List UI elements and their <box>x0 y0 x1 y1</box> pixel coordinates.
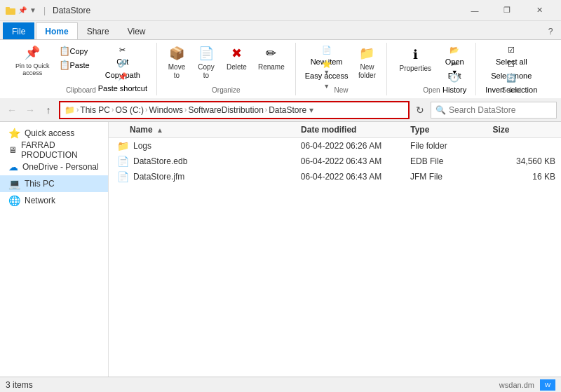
invert-selection-button[interactable]: 🔄 Invert selection <box>482 72 541 85</box>
folder-icon <box>6 6 15 15</box>
history-label: History <box>442 86 466 94</box>
open-button[interactable]: 📂 Open ▼ <box>439 44 470 57</box>
open-label: Open <box>423 85 440 94</box>
open-items: ℹ Properties 📂 Open ▼ ✏ Edit 🕐 History <box>393 44 470 85</box>
paste-button[interactable]: 📋 Paste <box>55 58 93 72</box>
copy-button[interactable]: 📋 Copy <box>55 44 93 58</box>
sidebar-item-network[interactable]: 🌐 Network <box>0 192 108 209</box>
edit-button[interactable]: ✏ Edit <box>439 58 470 71</box>
tab-home[interactable]: Home <box>36 22 77 39</box>
pin-to-quick-access-button[interactable]: 📌 Pin to Quickaccess <box>11 44 54 79</box>
delete-button[interactable]: ✖ Delete <box>222 44 252 74</box>
tab-share[interactable]: Share <box>78 22 119 39</box>
new-label: New <box>334 85 349 94</box>
status-bar: 3 items wsdan.dm W <box>0 377 561 392</box>
file-size: 34,560 KB <box>492 156 561 166</box>
sidebar-farrad-label: FARRAD PRODUCTION <box>21 140 102 160</box>
path-sep-2: › <box>145 106 147 114</box>
path-dropdown-button[interactable]: ▾ <box>309 105 313 115</box>
copy-path-button[interactable]: 🔗 Copy path <box>95 58 151 70</box>
file-size: 16 KB <box>492 172 561 182</box>
close-button[interactable]: ✕ <box>523 0 555 21</box>
column-name[interactable]: Name ▲ <box>109 125 301 135</box>
sidebar-item-onedrive[interactable]: ☁ OneDrive - Personal <box>0 158 108 175</box>
maximize-button[interactable]: ❐ <box>491 0 523 21</box>
table-row[interactable]: 📁 Logs 06-04-2022 06:26 AM File folder <box>109 138 561 154</box>
properties-label: Properties <box>399 65 431 73</box>
column-size[interactable]: Size <box>492 125 561 135</box>
paste-shortcut-button[interactable]: 📌 Paste shortcut <box>95 71 151 83</box>
properties-button[interactable]: ℹ Properties <box>393 44 438 76</box>
column-type[interactable]: Type <box>410 125 492 135</box>
delete-icon: ✖ <box>231 46 242 62</box>
address-bar[interactable]: 📁 › This PC › OS (C:) › Windows › Softwa… <box>59 101 410 119</box>
history-button[interactable]: 🕐 History <box>439 72 470 85</box>
search-icon: 🔍 <box>435 105 446 115</box>
path-part-0[interactable]: This PC <box>80 105 110 115</box>
new-item-button[interactable]: 📄 New item ▼ <box>302 44 352 57</box>
rename-icon: ✏ <box>266 46 276 62</box>
organize-group: 📦 Moveto 📄 Copyto ✖ Delete ✏ Rename Orga… <box>157 43 296 95</box>
title-bar: 📌 ▼ | DataStore — ❐ ✕ <box>0 0 561 21</box>
copy-path-icon: 🔗 <box>118 59 128 68</box>
cut-button[interactable]: ✂ Cut <box>95 44 151 57</box>
cut-icon: ✂ <box>119 46 126 55</box>
delete-label: Delete <box>227 63 247 72</box>
copy-label: Copy <box>70 47 88 55</box>
item-count: 3 items <box>6 380 33 390</box>
easy-access-label: Easy access <box>305 72 349 80</box>
quick-access-toolbar[interactable]: 📌 ▼ <box>6 6 36 15</box>
network-icon: 🌐 <box>8 195 20 206</box>
watermark-badge: W <box>540 379 555 391</box>
new-items: 📄 New item ▼ ⭐ Easy access ▼ 📁 Newfolder <box>302 44 381 85</box>
history-icon: 🕐 <box>450 74 459 83</box>
select-none-icon: ☐ <box>508 60 515 69</box>
file-name-cell: 📄 DataStore.jfm <box>109 171 301 182</box>
rename-button[interactable]: ✏ Rename <box>253 44 290 74</box>
copy-to-button[interactable]: 📄 Copyto <box>192 44 220 82</box>
svg-rect-1 <box>6 7 10 10</box>
path-part-2[interactable]: Windows <box>149 105 183 115</box>
paste-shortcut-label: Paste shortcut <box>98 84 147 93</box>
paste-icon: 📋 <box>59 60 70 70</box>
select-all-button[interactable]: ☑ Select all <box>482 44 541 57</box>
path-part-1[interactable]: OS (C:) <box>115 105 144 115</box>
search-bar[interactable]: 🔍 <box>431 102 557 119</box>
back-button[interactable]: ← <box>4 102 20 118</box>
help-button[interactable]: ? <box>543 24 558 39</box>
table-row[interactable]: 📄 DataStore.edb 06-04-2022 06:43 AM EDB … <box>109 154 561 169</box>
main-area: ⭐ Quick access 🖥 FARRAD PRODUCTION ☁ One… <box>0 122 561 377</box>
edit-icon: ✏ <box>452 60 458 69</box>
up-button[interactable]: ↑ <box>41 102 56 118</box>
pin-label: Pin to Quickaccess <box>15 62 50 78</box>
select-none-button[interactable]: ☐ Select none <box>482 58 541 71</box>
table-row[interactable]: 📄 DataStore.jfm 06-04-2022 06:43 AM JFM … <box>109 169 561 184</box>
paste-shortcut-icon: 📌 <box>118 72 128 81</box>
path-part-3[interactable]: SoftwareDistribution <box>188 105 263 115</box>
sort-arrow: ▲ <box>156 126 163 134</box>
forward-button[interactable]: → <box>22 102 38 118</box>
move-to-button[interactable]: 📦 Moveto <box>163 44 191 82</box>
move-icon: 📦 <box>169 46 184 62</box>
easy-access-button[interactable]: ⭐ Easy access ▼ <box>302 58 352 71</box>
ribbon-tabs: File Home Share View ? <box>0 21 561 39</box>
sidebar-item-quick-access[interactable]: ⭐ Quick access <box>0 125 108 142</box>
path-sep-3: › <box>184 106 187 114</box>
new-folder-icon: 📁 <box>359 46 374 62</box>
sidebar-item-farrad[interactable]: 🖥 FARRAD PRODUCTION <box>0 142 108 158</box>
file-list: Name ▲ Date modified Type Size 📁 Logs 06… <box>109 122 561 377</box>
sidebar-network-label: Network <box>25 196 102 205</box>
search-input[interactable] <box>449 105 554 115</box>
tab-view[interactable]: View <box>119 22 155 39</box>
easy-access-arrow: ▼ <box>323 83 330 90</box>
column-date[interactable]: Date modified <box>301 125 410 135</box>
quick-access-pin[interactable]: 📌 <box>18 6 27 14</box>
path-part-4[interactable]: DataStore <box>269 105 306 115</box>
minimize-button[interactable]: — <box>459 0 491 21</box>
path-icon: 📁 <box>65 105 75 115</box>
new-folder-button[interactable]: 📁 Newfolder <box>353 44 381 82</box>
quick-access-arrow[interactable]: ▼ <box>29 6 36 14</box>
sidebar-item-this-pc[interactable]: 💻 This PC <box>0 175 108 192</box>
tab-file[interactable]: File <box>3 22 34 39</box>
refresh-button[interactable]: ↻ <box>412 102 428 118</box>
